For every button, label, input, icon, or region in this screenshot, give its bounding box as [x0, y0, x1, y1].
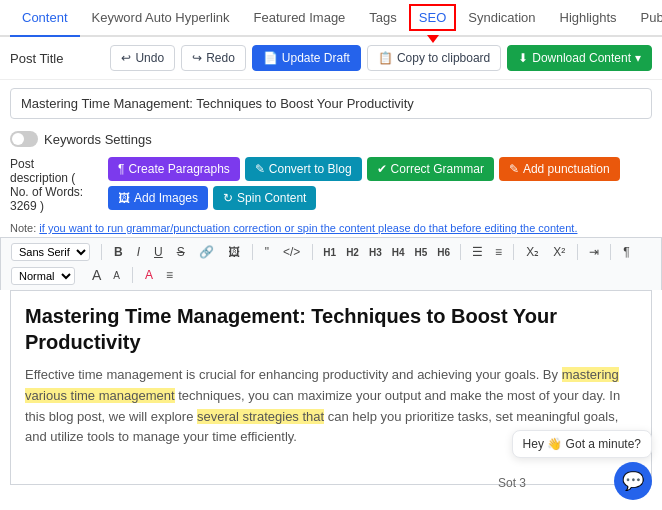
text-color-button[interactable]: A [140, 266, 158, 284]
separator-4 [460, 244, 461, 260]
word-count-label: No. of Words: [10, 185, 100, 199]
redo-button[interactable]: ↪ Redo [181, 45, 246, 71]
underline-button[interactable]: U [149, 243, 168, 261]
action-buttons: ¶ Create Paragraphs ✎ Convert to Blog ✔ … [108, 157, 652, 210]
align-left-button[interactable]: ≡ [162, 266, 177, 284]
paragraph-icon: ¶ [118, 162, 124, 176]
code-button[interactable]: </> [278, 243, 305, 261]
create-paragraphs-button[interactable]: ¶ Create Paragraphs [108, 157, 240, 181]
quote-button[interactable]: " [260, 243, 274, 261]
editor-title: Mastering Time Management: Techniques to… [25, 303, 637, 355]
paragraph-mark-button[interactable]: ¶ [618, 243, 634, 261]
spin-icon: ↻ [223, 191, 233, 205]
undo-button[interactable]: ↩ Undo [110, 45, 175, 71]
title-input-wrapper [10, 88, 652, 119]
keywords-toggle[interactable] [10, 131, 38, 147]
chevron-down-icon: ▾ [635, 51, 641, 65]
h1-button[interactable]: H1 [320, 245, 339, 260]
bold-button[interactable]: B [109, 243, 128, 261]
post-toolbar: Post Title ↩ Undo ↪ Redo 📄 Update Draft … [0, 37, 662, 80]
download-icon: ⬇ [518, 51, 528, 65]
note-text: Note: if you want to run grammar/punctua… [0, 219, 662, 237]
tab-keyword-auto-hyperlink[interactable]: Keyword Auto Hyperlink [80, 0, 242, 35]
image-icon: 🖼 [118, 191, 130, 205]
chat-tooltip: Hey 👋 Got a minute? [512, 430, 652, 458]
keywords-label: Keywords Settings [44, 132, 152, 147]
subscript-button[interactable]: X₂ [521, 243, 544, 261]
h6-button[interactable]: H6 [434, 245, 453, 260]
separator-8 [132, 267, 133, 283]
correct-grammar-button[interactable]: ✔ Correct Grammar [367, 157, 494, 181]
update-draft-button[interactable]: 📄 Update Draft [252, 45, 361, 71]
grammar-icon: ✔ [377, 162, 387, 176]
toolbar-actions: ↩ Undo ↪ Redo 📄 Update Draft 📋 Copy to c… [110, 45, 652, 71]
font-size-group: Normal [11, 267, 75, 285]
tab-publish[interactable]: Publish [629, 0, 662, 35]
separator-5 [513, 244, 514, 260]
add-punctuation-button[interactable]: ✎ Add punctuation [499, 157, 620, 181]
separator-7 [610, 244, 611, 260]
editor-toolbar: Sans Serif B I U S 🔗 🖼 " </> H1 H2 H3 H4… [0, 237, 662, 290]
tab-highlights[interactable]: Highlights [548, 0, 629, 35]
separator-3 [312, 244, 313, 260]
post-desc-sublabel: description ( [10, 171, 100, 185]
chat-icon: 💬 [622, 470, 644, 492]
tab-syndication[interactable]: Syndication [456, 0, 547, 35]
separator-6 [577, 244, 578, 260]
note-label: Note: [10, 222, 36, 234]
sot-3-label: Sot 3 [498, 476, 526, 490]
post-label: Post [10, 157, 100, 171]
note-link[interactable]: if you want to run grammar/punctuation c… [39, 222, 577, 234]
add-images-button[interactable]: 🖼 Add Images [108, 186, 208, 210]
tab-content[interactable]: Content [10, 0, 80, 37]
separator-2 [252, 244, 253, 260]
copy-clipboard-button[interactable]: 📋 Copy to clipboard [367, 45, 501, 71]
post-title-label: Post Title [10, 51, 63, 66]
word-count: 3269 ) [10, 199, 100, 213]
strikethrough-button[interactable]: S [172, 243, 190, 261]
spin-content-button[interactable]: ↻ Spin Content [213, 186, 316, 210]
superscript-button[interactable]: X² [548, 243, 570, 261]
punctuation-icon: ✎ [509, 162, 519, 176]
keywords-row: Keywords Settings [0, 127, 662, 151]
link-button[interactable]: 🔗 [194, 243, 219, 261]
undo-icon: ↩ [121, 51, 131, 65]
post-title-input[interactable] [10, 88, 652, 119]
align-group: ≡ [162, 266, 177, 284]
tab-featured-image[interactable]: Featured Image [242, 0, 358, 35]
tab-bar: Content Keyword Auto Hyperlink Featured … [0, 0, 662, 37]
bullet-list-button[interactable]: ☰ [468, 243, 487, 261]
draft-icon: 📄 [263, 51, 278, 65]
font-size-small[interactable]: A [108, 268, 125, 283]
font-family-group: Sans Serif [11, 243, 90, 261]
h3-button[interactable]: H3 [366, 245, 385, 260]
image-toolbar-button[interactable]: 🖼 [223, 243, 245, 261]
font-size-select[interactable]: Normal [11, 267, 75, 285]
convert-to-blog-button[interactable]: ✎ Convert to Blog [245, 157, 362, 181]
post-desc-area: Post description ( No. of Words: 3269 ) … [0, 151, 662, 219]
download-content-button[interactable]: ⬇ Download Content ▾ [507, 45, 652, 71]
seo-arrow [427, 35, 439, 43]
h2-button[interactable]: H2 [343, 245, 362, 260]
separator-1 [101, 244, 102, 260]
tab-tags[interactable]: Tags [357, 0, 408, 35]
chat-bubble-button[interactable]: 💬 [614, 462, 652, 500]
font-size-large[interactable]: A [87, 265, 106, 285]
tab-seo[interactable]: SEO [409, 4, 456, 31]
italic-button[interactable]: I [132, 243, 145, 261]
text-style-group: A A [87, 265, 125, 285]
h5-button[interactable]: H5 [412, 245, 431, 260]
h4-button[interactable]: H4 [389, 245, 408, 260]
font-family-select[interactable]: Sans Serif [11, 243, 90, 261]
numbered-list-button[interactable]: ≡ [491, 243, 506, 261]
redo-icon: ↪ [192, 51, 202, 65]
blog-icon: ✎ [255, 162, 265, 176]
clipboard-icon: 📋 [378, 51, 393, 65]
indent-button[interactable]: ⇥ [585, 243, 603, 261]
highlight-strategies: several strategies that [197, 409, 324, 424]
